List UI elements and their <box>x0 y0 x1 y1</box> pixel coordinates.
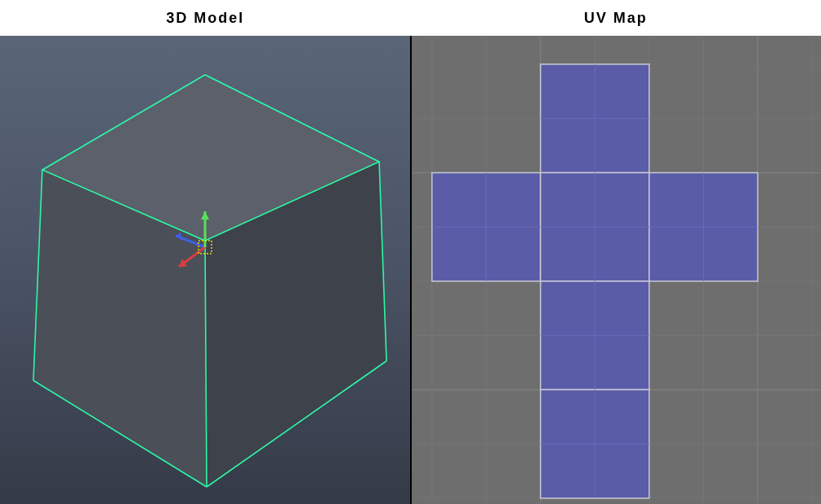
viewport-uv[interactable] <box>410 36 821 504</box>
cube-mesh[interactable] <box>0 36 410 504</box>
viewport-3d[interactable] <box>0 36 410 504</box>
header-bar: 3D Model UV Map <box>0 0 821 36</box>
uv-unwrap-cross[interactable] <box>432 64 758 498</box>
header-label-uv: UV Map <box>411 0 822 36</box>
header-label-3d: 3D Model <box>0 0 411 36</box>
uv-grid-svg[interactable] <box>412 36 821 504</box>
panels-container <box>0 36 821 504</box>
